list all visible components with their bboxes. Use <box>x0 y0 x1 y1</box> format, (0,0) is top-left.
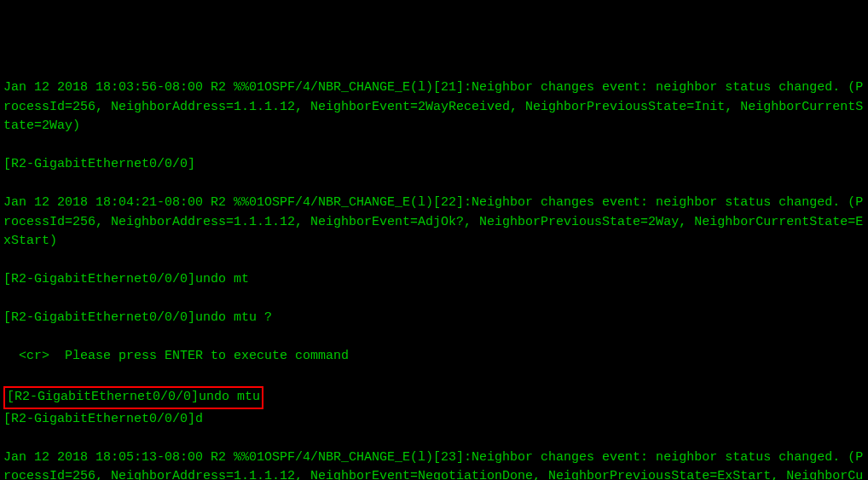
cmd-undo-mtu-highlighted[interactable]: [R2-GigabitEthernet0/0/0]undo mtu <box>3 386 263 409</box>
log-ospf-nbr-change-21: Jan 12 2018 18:03:56-08:00 R2 %%01OSPF/4… <box>3 78 865 136</box>
prompt-r2-ge000[interactable]: [R2-GigabitEthernet0/0/0] <box>3 155 865 175</box>
log-ospf-nbr-change-23: Jan 12 2018 18:05:13-08:00 R2 %%01OSPF/4… <box>3 448 865 481</box>
help-cr-enter: <cr> Please press ENTER to execute comma… <box>3 347 865 367</box>
cmd-undo-mtu-help[interactable]: [R2-GigabitEthernet0/0/0]undo mtu ? <box>3 309 865 328</box>
log-ospf-nbr-change-22: Jan 12 2018 18:04:21-08:00 R2 %%01OSPF/4… <box>3 194 865 252</box>
cmd-undo-mt[interactable]: [R2-GigabitEthernet0/0/0]undo mt <box>3 270 865 290</box>
cmd-d-partial-1[interactable]: [R2-GigabitEthernet0/0/0]d <box>3 410 865 430</box>
